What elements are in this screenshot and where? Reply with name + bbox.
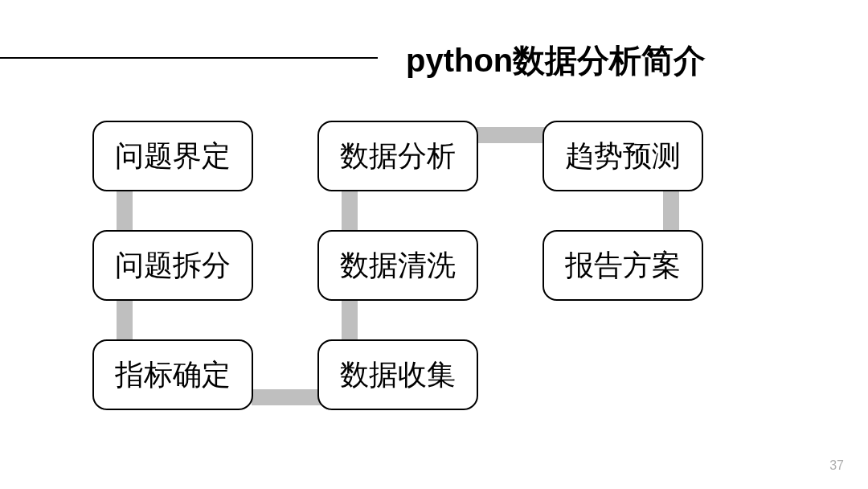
connector-horizontal: [252, 389, 321, 405]
connector-horizontal: [477, 127, 546, 143]
flow-box-data-cleaning: 数据清洗: [317, 230, 478, 301]
box-label: 数据收集: [340, 355, 456, 395]
flow-box-report-plan: 报告方案: [542, 230, 703, 301]
connector-vertical: [342, 298, 358, 343]
box-label: 指标确定: [115, 355, 231, 395]
box-label: 数据分析: [340, 137, 456, 176]
page-number: 37: [829, 458, 844, 473]
slide-title: python数据分析简介: [406, 39, 706, 83]
connector-vertical: [117, 189, 133, 233]
connector-vertical: [342, 189, 358, 233]
flowchart-diagram: 问题界定 问题拆分 指标确定 数据分析 数据清洗 数据收集 趋势预测 报告方案: [92, 113, 776, 450]
connector-vertical: [117, 298, 133, 343]
box-label: 趋势预测: [565, 137, 681, 176]
box-label: 问题界定: [115, 137, 231, 176]
connector-vertical: [663, 189, 679, 233]
box-label: 问题拆分: [115, 246, 231, 286]
header-divider-line: [0, 57, 378, 59]
flow-box-data-collection: 数据收集: [317, 339, 478, 410]
box-label: 报告方案: [565, 246, 681, 286]
box-label: 数据清洗: [340, 246, 456, 286]
flow-box-problem-breakdown: 问题拆分: [92, 230, 253, 301]
flow-box-indicator-determination: 指标确定: [92, 339, 253, 410]
flow-box-data-analysis: 数据分析: [317, 121, 478, 191]
flow-box-problem-definition: 问题界定: [92, 121, 253, 191]
flow-box-trend-prediction: 趋势预测: [542, 121, 703, 191]
